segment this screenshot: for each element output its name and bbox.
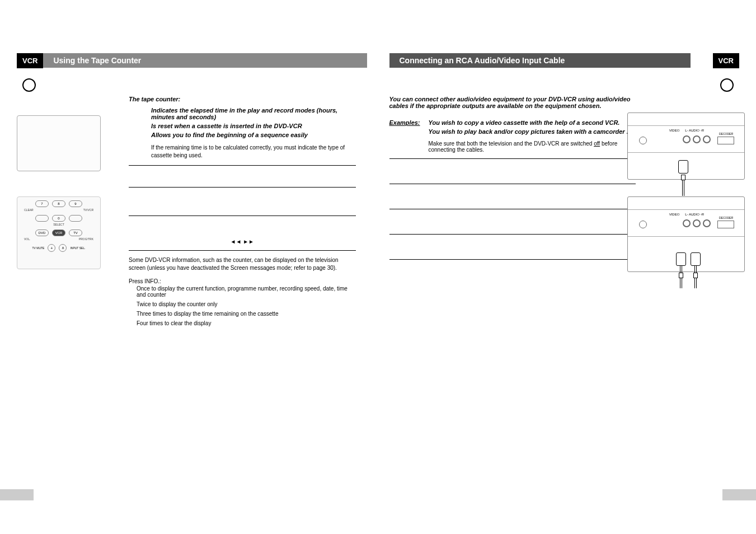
decoder-label: DECODER <box>719 216 733 219</box>
remote-btn-right-blank <box>69 215 82 222</box>
decoder-label: DECODER <box>719 132 733 135</box>
audio-l-socket-icon <box>693 135 701 143</box>
remote-btn-8: 8 <box>52 200 65 207</box>
video-socket-icon <box>683 135 691 143</box>
tape-counter-intro: The tape counter: <box>129 96 356 102</box>
bullet-3: Allows you to find the beginning of a se… <box>151 132 356 138</box>
scart-socket-icon <box>717 137 734 144</box>
off-underline: off <box>594 140 600 147</box>
divider <box>129 165 356 166</box>
info-item-4: Four times to clear the display <box>137 320 356 326</box>
left-header: VCR Using the Tape Counter <box>17 53 367 68</box>
remote-btn-9: 9 <box>69 200 82 207</box>
bullet-1: Indicates the elapsed time in the play a… <box>151 107 356 120</box>
divider <box>389 184 636 184</box>
remote-label-progtrk: PROG/TRK <box>79 237 93 241</box>
remote-label-inputsel: INPUT SEL. <box>70 246 85 250</box>
remote-label-vol: VOL. <box>24 237 30 241</box>
remote-btn-dvd: DVD <box>35 229 49 236</box>
divider <box>129 216 356 216</box>
page-footer-right <box>722 489 756 500</box>
divider <box>389 209 636 209</box>
audio-l-socket-icon <box>693 219 701 227</box>
remote-btn-7: 7 <box>35 200 49 207</box>
example-1: You wish to copy a video cassette with t… <box>429 119 628 126</box>
video-label: VIDEO <box>669 213 680 216</box>
audio-r-socket-icon <box>703 219 711 227</box>
vcr-display-illustration <box>17 115 101 171</box>
remote-btn-plus: + <box>48 244 55 252</box>
remote-btn-vcr: VCR <box>52 229 65 236</box>
divider <box>389 259 636 260</box>
counter-info-text: Some DVD-VCR information, such as the co… <box>129 256 356 272</box>
divider <box>129 187 356 188</box>
left-illustration-column: 7 8 9 CLEAR TV/VCR 0 SE <box>17 96 118 330</box>
right-title: Connecting an RCA Audio/Video Input Cabl… <box>389 53 691 68</box>
video-socket-icon <box>683 219 691 227</box>
remote-btn-up: ∧ <box>59 244 67 252</box>
audio-label: L- AUDIO -R <box>685 213 704 216</box>
connector-housing-icon <box>691 252 701 266</box>
cassette-note: If the remaining time is to be calculate… <box>151 144 356 160</box>
info-item-2: Twice to display the counter only <box>137 301 356 307</box>
example-2: You wish to play back and/or copy pictur… <box>429 128 628 135</box>
cable-icon <box>682 180 684 196</box>
right-page: Connecting an RCA Audio/Video Input Cabl… <box>389 53 740 517</box>
hole-punch-right <box>720 78 734 92</box>
examples-label: Examples: <box>389 119 429 135</box>
power-socket-icon <box>639 221 647 228</box>
left-title: Using the Tape Counter <box>43 53 367 68</box>
remote-btn-left-blank <box>35 215 49 222</box>
hole-punch-left <box>22 78 36 92</box>
caution-note: Make sure that both the television and t… <box>389 140 636 153</box>
device-illustration-dual-cable: VIDEO L- AUDIO -R DECODER <box>627 196 745 272</box>
audio-r-socket-icon <box>703 135 711 143</box>
remote-label-select: SELECT <box>53 223 64 226</box>
remote-label-clear: CLEAR <box>24 208 34 212</box>
remote-label-tvvcr: TV/VCR <box>83 208 93 212</box>
bullet-2: Is reset when a cassette is inserted in … <box>151 123 356 129</box>
right-header: Connecting an RCA Audio/Video Input Cabl… <box>389 53 740 68</box>
rca-intro: You can connect other audio/video equipm… <box>389 96 636 109</box>
divider <box>389 158 636 159</box>
audio-label: L- AUDIO -R <box>685 129 704 132</box>
vcr-badge-left: VCR <box>17 53 43 68</box>
info-item-1: Once to display the current function, pr… <box>137 285 356 298</box>
remote-label-tvmute: TV MUTE <box>32 246 44 250</box>
rewind-forward-icons: ◄◄ ►► <box>129 238 356 245</box>
power-socket-icon <box>639 137 647 144</box>
cable-plug-icon <box>679 273 683 278</box>
vcr-badge-right: VCR <box>713 53 739 68</box>
left-text-column: The tape counter: Indicates the elapsed … <box>129 96 367 330</box>
remote-control-illustration: 7 8 9 CLEAR TV/VCR 0 SE <box>17 196 101 269</box>
remote-btn-tv: TV <box>69 229 82 236</box>
video-label: VIDEO <box>669 129 680 132</box>
cable-plug-icon <box>693 273 698 278</box>
left-page: VCR Using the Tape Counter 7 8 9 CLEAR <box>17 53 367 517</box>
info-item-3: Three times to display the time remainin… <box>137 311 356 317</box>
connector-housing-icon <box>676 252 686 266</box>
device-illustration-single-cable: VIDEO L- AUDIO -R DECODER <box>627 113 745 180</box>
press-info-label: Press INFO.: <box>129 278 356 285</box>
remote-btn-0: 0 <box>52 215 65 222</box>
cable-plug-icon <box>681 175 685 180</box>
scart-socket-icon <box>717 221 734 228</box>
divider <box>389 234 636 235</box>
divider <box>129 250 356 251</box>
connector-housing-icon <box>678 160 688 174</box>
page-footer-left <box>0 489 34 500</box>
